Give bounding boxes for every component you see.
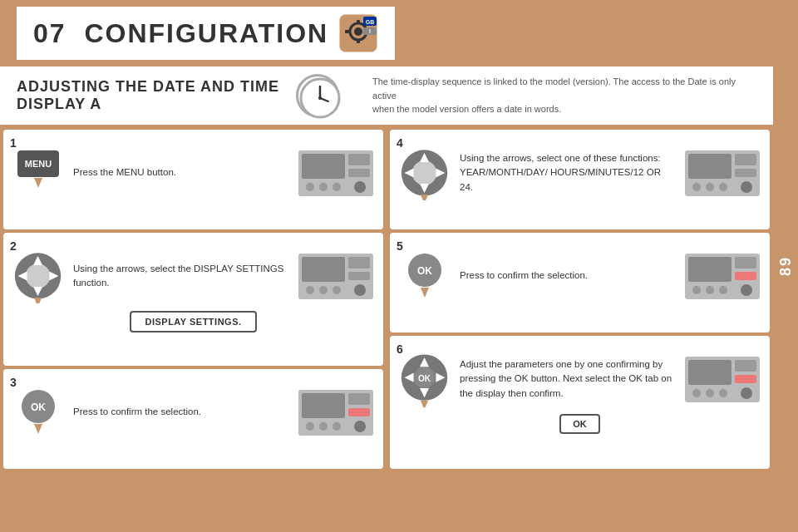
svg-point-54 — [412, 160, 437, 185]
svg-rect-89 — [735, 360, 756, 372]
header-title: 07 CONFIGURATION — [33, 18, 328, 49]
step-5-text: Press to confirm the selection. — [460, 268, 675, 283]
svg-rect-61 — [688, 154, 732, 179]
step-4-icon — [400, 148, 450, 198]
device-6 — [685, 357, 760, 402]
svg-point-38 — [354, 284, 366, 296]
subtitle-line2: DISPLAY A — [17, 96, 279, 113]
svg-rect-35 — [302, 257, 345, 282]
svg-point-26 — [332, 183, 341, 191]
svg-text:I: I — [369, 28, 371, 34]
page-number: 89 — [777, 256, 795, 276]
arrow-pad-4-svg — [400, 146, 450, 200]
subtitle-line1: ADJUSTING THE DATE AND TIME — [17, 78, 279, 96]
step-1-number: 1 — [10, 136, 17, 150]
step-3-content: OK Press to confirm the selection. — [13, 387, 373, 437]
step-1-card: 1 MENU Press the MENU button. — [3, 130, 383, 229]
svg-point-49 — [354, 421, 366, 432]
svg-point-65 — [692, 183, 701, 191]
svg-point-64 — [741, 181, 752, 193]
menu-button-svg: MENU — [13, 146, 63, 200]
step-3-number: 3 — [10, 376, 17, 389]
svg-point-66 — [706, 183, 714, 191]
ok-button-3-svg: OK — [13, 386, 63, 440]
svg-rect-73 — [735, 257, 756, 268]
device-2 — [298, 254, 373, 299]
step-4-card: 4 Using the arrows, select one of these … — [390, 130, 770, 229]
subtitle-text-block: ADJUSTING THE DATE AND TIME DISPLAY A — [17, 78, 279, 113]
svg-point-51 — [319, 422, 328, 431]
clock-svg — [298, 76, 342, 120]
step-2-number: 2 — [10, 239, 17, 253]
svg-point-41 — [332, 286, 341, 294]
step-3-text: Press to confirm the selection. — [73, 405, 288, 419]
svg-rect-63 — [735, 169, 756, 177]
step-5-content: OK Press to confirm the selection. — [400, 251, 760, 301]
svg-text:GB: GB — [366, 19, 375, 25]
device-1 — [298, 150, 373, 196]
svg-rect-72 — [688, 257, 732, 282]
header-bar: 07 CONFIGURATION GB I — [0, 0, 798, 66]
svg-point-28 — [26, 264, 51, 288]
step-3-card: 3 OK Press to confirm the selection. — [3, 369, 383, 469]
step-2-content: Using the arrows, select the DISPLAY SET… — [13, 251, 373, 301]
step-5-number: 5 — [397, 239, 403, 253]
svg-text:OK: OK — [418, 374, 431, 383]
step-6-card: 6 OK Adjust the parameters on — [390, 336, 770, 469]
svg-marker-59 — [421, 194, 428, 200]
page-tab: 89 — [773, 0, 798, 532]
svg-rect-20 — [302, 154, 345, 179]
ok-confirm-label: OK — [559, 414, 600, 434]
svg-rect-6 — [345, 30, 349, 33]
svg-point-75 — [741, 284, 752, 296]
svg-rect-62 — [735, 154, 756, 165]
svg-rect-46 — [302, 393, 345, 418]
subtitle-bar: ADJUSTING THE DATE AND TIME DISPLAY A Th… — [0, 66, 773, 126]
svg-marker-70 — [421, 288, 429, 298]
svg-marker-86 — [421, 401, 428, 407]
step-6-content: OK Adjust the parameters one by one conf… — [400, 354, 760, 404]
svg-text:MENU: MENU — [25, 159, 52, 169]
svg-point-94 — [719, 389, 727, 397]
step-1-content: MENU Press the MENU button. — [13, 148, 373, 198]
svg-point-40 — [319, 286, 328, 294]
svg-point-39 — [306, 286, 314, 294]
device-3 — [298, 390, 373, 436]
svg-point-23 — [354, 181, 366, 193]
step-4-text: Using the arrows, select one of these fu… — [460, 151, 675, 195]
arrow-pad-svg — [13, 249, 63, 303]
svg-rect-21 — [348, 154, 370, 165]
device-5 — [685, 254, 760, 299]
svg-rect-88 — [688, 360, 732, 385]
svg-point-67 — [719, 183, 727, 191]
svg-point-3 — [354, 27, 362, 36]
ok-button-5-svg: OK — [400, 249, 450, 303]
svg-marker-33 — [34, 297, 42, 303]
description-text: The time-display sequence is linked to t… — [372, 75, 756, 116]
svg-rect-47 — [348, 393, 370, 405]
svg-rect-22 — [348, 169, 370, 177]
right-column: 4 Using the arrows, select one of these … — [387, 126, 773, 532]
config-icon: GB I — [338, 13, 378, 53]
step-1-text: Press the MENU button. — [73, 165, 288, 180]
step-4-number: 4 — [397, 136, 403, 150]
display-settings-label: DISPLAY SETTINGS. — [130, 311, 256, 332]
clock-icon — [296, 74, 339, 117]
svg-marker-18 — [34, 178, 42, 188]
svg-point-25 — [319, 183, 328, 191]
svg-point-92 — [692, 389, 701, 397]
svg-point-76 — [692, 286, 701, 294]
step-6-icon: OK — [400, 354, 450, 404]
step-5-icon: OK — [400, 251, 450, 301]
main-content: 1 MENU Press the MENU button. — [0, 126, 773, 532]
svg-rect-48 — [348, 408, 370, 416]
svg-point-24 — [306, 183, 314, 191]
svg-point-50 — [306, 422, 314, 431]
step-6-number: 6 — [397, 342, 403, 356]
svg-marker-44 — [34, 424, 42, 434]
svg-rect-90 — [735, 375, 756, 383]
left-column: 1 MENU Press the MENU button. — [0, 126, 387, 532]
step-2-text: Using the arrows, select the DISPLAY SET… — [73, 262, 288, 291]
svg-point-15 — [318, 96, 322, 100]
step-2-card: 2 Using the arrow — [3, 233, 383, 366]
